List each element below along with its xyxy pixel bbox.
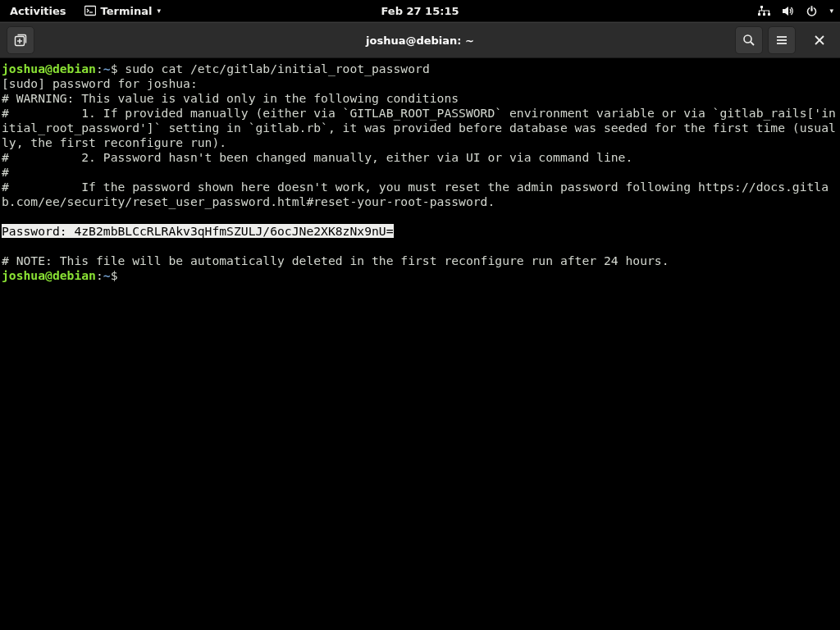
output-line: # 2. Password hasn't been changed manual… <box>2 150 632 164</box>
system-tray[interactable]: ▾ <box>758 5 833 17</box>
window-title: joshua@debian: ~ <box>366 34 474 47</box>
svg-rect-4 <box>763 13 765 16</box>
prompt-path: ~ <box>103 268 111 282</box>
prompt-dollar: $ <box>111 62 118 75</box>
search-button[interactable] <box>735 26 763 54</box>
svg-rect-2 <box>760 6 763 8</box>
svg-rect-0 <box>84 7 95 16</box>
output-line: [sudo] password for joshua: <box>2 76 198 90</box>
output-line: # <box>2 165 9 179</box>
prompt-colon: : <box>96 268 103 282</box>
activities-button[interactable]: Activities <box>7 2 70 21</box>
chevron-down-icon: ▾ <box>829 7 833 15</box>
output-line: # If the password shown here doesn't wor… <box>2 180 829 208</box>
svg-rect-5 <box>768 13 770 16</box>
power-icon <box>806 5 818 17</box>
prompt-user: joshua@debian <box>2 62 96 75</box>
close-button[interactable] <box>806 26 833 54</box>
chevron-down-icon: ▾ <box>157 7 161 15</box>
terminal-headerbar: joshua@debian: ~ <box>0 22 840 58</box>
prompt-path: ~ <box>103 62 111 75</box>
headerbar-right <box>735 26 833 54</box>
prompt-colon: : <box>96 62 103 75</box>
headerbar-left <box>7 26 34 54</box>
terminal-content[interactable]: joshua@debian:~$ sudo cat /etc/gitlab/in… <box>0 58 840 630</box>
network-icon <box>758 5 770 17</box>
password-line-highlighted: Password: 4zB2mbBLCcRLRAkv3qHfmSZULJ/6oc… <box>2 224 394 238</box>
output-line: # NOTE: This file will be automatically … <box>2 253 669 267</box>
cursor-area <box>118 268 126 282</box>
new-tab-button[interactable] <box>7 26 34 54</box>
output-line: # 1. If provided manually (either via `G… <box>2 106 836 149</box>
topbar-left: Activities Terminal ▾ <box>7 2 161 21</box>
app-menu[interactable]: Terminal ▾ <box>84 5 161 17</box>
prompt-dollar: $ <box>111 268 118 282</box>
output-line: # WARNING: This value is valid only in t… <box>2 91 459 105</box>
app-menu-label: Terminal <box>101 5 153 17</box>
command-text: sudo cat /etc/gitlab/initial_root_passwo… <box>125 62 429 75</box>
svg-point-13 <box>744 35 751 43</box>
prompt-user: joshua@debian <box>2 268 96 282</box>
clock[interactable]: Feb 27 15:15 <box>381 5 459 17</box>
svg-line-14 <box>751 42 754 45</box>
menu-button[interactable] <box>768 26 796 54</box>
svg-rect-3 <box>758 13 760 16</box>
gnome-topbar: Activities Terminal ▾ Feb 27 15:15 ▾ <box>0 0 840 22</box>
volume-icon <box>782 5 794 17</box>
terminal-icon <box>84 5 96 16</box>
